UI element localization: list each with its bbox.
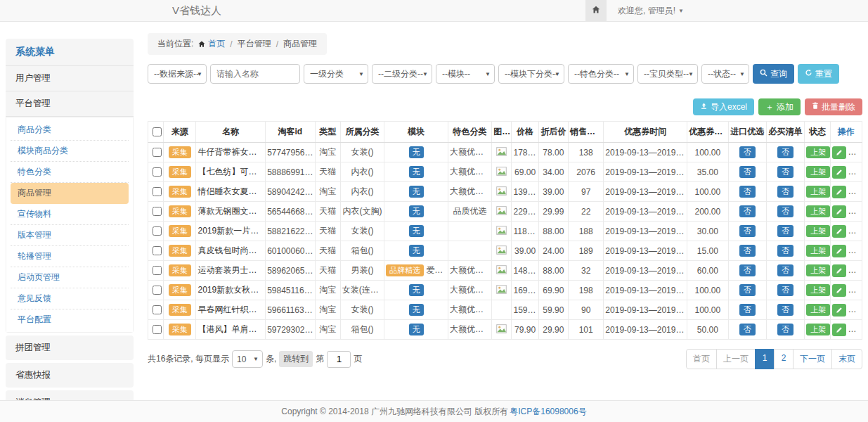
status-toggle[interactable]: 上架 xyxy=(806,284,830,296)
must-buy-toggle[interactable]: 否 xyxy=(777,324,793,335)
must-buy-toggle[interactable]: 否 xyxy=(777,186,793,198)
add-button[interactable]: ＋ 添加 xyxy=(758,98,801,115)
must-buy-toggle[interactable]: 否 xyxy=(777,304,793,316)
module-sub-select[interactable]: --模块下分类--▼ xyxy=(498,64,564,84)
import-select-toggle[interactable]: 否 xyxy=(739,284,756,296)
cell-feature xyxy=(448,241,491,261)
row-checkbox[interactable] xyxy=(153,167,162,177)
sidebar-item-carousel-management[interactable]: 轮播管理 xyxy=(11,246,129,267)
cell-module: 无 xyxy=(384,320,448,340)
cell-source: 采集 xyxy=(164,320,196,340)
per-page-select[interactable]: 10▼ xyxy=(232,350,263,368)
data-source-select[interactable]: --数据来源--▼ xyxy=(148,64,207,84)
edit-button[interactable] xyxy=(832,186,846,198)
must-buy-toggle[interactable]: 否 xyxy=(777,166,793,178)
import-select-toggle[interactable]: 否 xyxy=(739,264,756,276)
sidebar-item-group-buy[interactable]: 拼团管理 xyxy=(6,335,134,360)
jump-button[interactable]: 跳转到 xyxy=(279,351,313,367)
import-select-toggle[interactable]: 否 xyxy=(739,245,756,257)
edit-button[interactable] xyxy=(832,225,846,238)
sidebar-item-feature-category[interactable]: 特色分类 xyxy=(11,162,129,183)
must-buy-toggle[interactable]: 否 xyxy=(777,225,793,237)
import-excel-button[interactable]: 导入excel xyxy=(693,98,754,115)
row-checkbox[interactable] xyxy=(153,305,162,314)
pager-page-2[interactable]: 2 xyxy=(774,349,793,369)
item-type-select[interactable]: --宝贝类型--▼ xyxy=(637,64,698,84)
page-number-input[interactable] xyxy=(327,351,351,368)
sidebar-item-user-management[interactable]: 用户管理 xyxy=(6,66,134,91)
status-toggle[interactable]: 上架 xyxy=(806,245,830,257)
edit-button[interactable] xyxy=(832,166,846,179)
must-buy-toggle[interactable]: 否 xyxy=(777,205,793,217)
sidebar-item-platform-management[interactable]: 平台管理 xyxy=(6,91,134,117)
sidebar-item-module-goods-category[interactable]: 模块商品分类 xyxy=(11,141,129,162)
edit-button[interactable] xyxy=(832,146,846,159)
home-nav-button[interactable] xyxy=(585,0,607,21)
row-checkbox[interactable] xyxy=(153,266,162,275)
select-all-checkbox[interactable] xyxy=(153,127,162,136)
status-toggle[interactable]: 上架 xyxy=(806,146,830,158)
sidebar-item-version-management[interactable]: 版本管理 xyxy=(11,225,129,246)
category1-select[interactable]: 一级分类▼ xyxy=(304,64,368,84)
user-menu[interactable]: 欢迎您, 管理员! ▼ xyxy=(618,5,684,17)
source-badge: 采集 xyxy=(169,205,191,217)
sidebar-item-promo-material[interactable]: 宣传物料 xyxy=(11,204,129,225)
must-buy-toggle[interactable]: 否 xyxy=(777,245,793,257)
must-buy-toggle[interactable]: 否 xyxy=(777,146,793,158)
cell-type: 淘宝 xyxy=(315,143,340,162)
import-select-toggle[interactable]: 否 xyxy=(739,205,756,217)
cell-feature xyxy=(448,222,491,241)
import-select-toggle[interactable]: 否 xyxy=(739,225,756,237)
status-toggle[interactable]: 上架 xyxy=(806,186,830,198)
row-checkbox[interactable] xyxy=(153,207,162,216)
sidebar-item-feedback[interactable]: 意见反馈 xyxy=(11,288,129,309)
sidebar-item-savings-express[interactable]: 省惠快报 xyxy=(6,363,134,388)
search-button[interactable]: 查询 xyxy=(753,64,794,84)
row-checkbox[interactable] xyxy=(153,286,162,295)
pager-prev[interactable]: 上一页 xyxy=(716,349,756,369)
sidebar-item-goods-category[interactable]: 商品分类 xyxy=(11,120,129,141)
row-checkbox[interactable] xyxy=(153,148,162,157)
status-toggle[interactable]: 上架 xyxy=(806,324,830,335)
row-checkbox[interactable] xyxy=(153,246,162,255)
row-checkbox[interactable] xyxy=(153,226,162,236)
select-arrow-icon: ▼ xyxy=(555,71,560,77)
status-select[interactable]: --状态--▼ xyxy=(701,64,749,84)
row-checkbox[interactable] xyxy=(153,187,162,196)
pager-next[interactable]: 下一页 xyxy=(793,349,832,369)
must-buy-toggle[interactable]: 否 xyxy=(777,284,793,296)
sidebar-item-splash-management[interactable]: 启动页管理 xyxy=(11,267,129,288)
status-toggle[interactable]: 上架 xyxy=(806,304,830,316)
edit-button[interactable] xyxy=(832,245,846,257)
module-select[interactable]: --模块--▼ xyxy=(436,64,495,84)
batch-delete-button[interactable]: 批量删除 xyxy=(805,98,862,115)
status-toggle[interactable]: 上架 xyxy=(806,166,830,178)
edit-button[interactable] xyxy=(832,284,846,297)
import-select-toggle[interactable]: 否 xyxy=(739,324,756,335)
edit-button[interactable] xyxy=(832,324,846,336)
icp-link[interactable]: 粤ICP备16098006号 xyxy=(510,406,586,418)
name-search-input[interactable] xyxy=(210,64,300,84)
import-select-toggle[interactable]: 否 xyxy=(739,166,756,178)
pager-last[interactable]: 末页 xyxy=(831,349,862,369)
import-select-toggle[interactable]: 否 xyxy=(739,186,756,198)
pager-page-1[interactable]: 1 xyxy=(755,349,775,369)
edit-button[interactable] xyxy=(832,205,846,218)
sidebar-item-message-management[interactable]: 消息管理 xyxy=(6,390,134,400)
breadcrumb-home-link[interactable]: 首页 xyxy=(208,38,225,50)
status-toggle[interactable]: 上架 xyxy=(806,205,830,217)
row-checkbox[interactable] xyxy=(153,325,162,334)
import-select-toggle[interactable]: 否 xyxy=(739,304,756,316)
edit-button[interactable] xyxy=(832,304,846,316)
edit-button[interactable] xyxy=(832,264,846,277)
reset-button[interactable]: 重置 xyxy=(798,64,839,84)
sidebar-item-platform-config[interactable]: 平台配置 xyxy=(11,309,129,330)
status-toggle[interactable]: 上架 xyxy=(806,264,830,276)
feature-category-select[interactable]: --特色分类--▼ xyxy=(568,64,634,84)
status-toggle[interactable]: 上架 xyxy=(806,225,830,237)
import-select-toggle[interactable]: 否 xyxy=(739,146,756,158)
sidebar-item-goods-management-active[interactable]: 商品管理 xyxy=(11,183,129,204)
pager-first[interactable]: 首页 xyxy=(686,349,717,369)
category2-select[interactable]: --二级分类--▼ xyxy=(372,64,432,84)
must-buy-toggle[interactable]: 否 xyxy=(777,264,793,276)
